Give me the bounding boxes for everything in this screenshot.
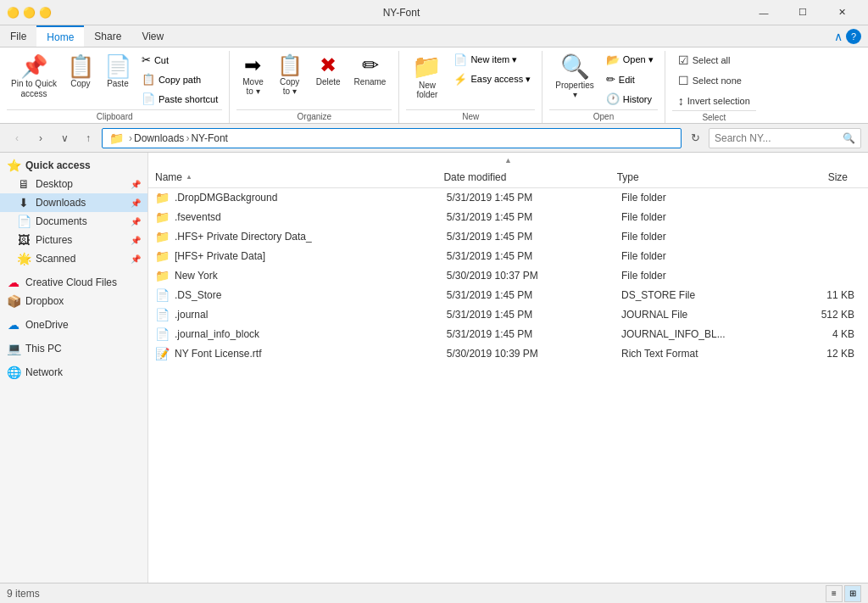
folder-icon: 📁: [155, 210, 170, 224]
search-icon: 🔍: [843, 132, 855, 144]
sidebar-item-creative-cloud[interactable]: ☁ Creative Cloud Files: [0, 273, 147, 292]
paste-button[interactable]: 📄 Paste: [100, 51, 136, 92]
file-row[interactable]: 📁 New York 5/30/2019 10:37 PM File folde…: [148, 266, 868, 286]
paste-shortcut-button[interactable]: 📄 Paste shortcut: [137, 90, 222, 108]
sidebar-item-this-pc[interactable]: 💻 This PC: [0, 339, 147, 358]
sidebar-item-onedrive[interactable]: ☁ OneDrive: [0, 315, 147, 334]
copy-path-button[interactable]: 📋 Copy path: [137, 70, 222, 88]
maximize-button[interactable]: ☐: [783, 0, 822, 25]
desktop-icon: 🖥: [17, 177, 31, 191]
edit-icon: ✏: [606, 73, 615, 86]
creative-cloud-icon: ☁: [7, 276, 20, 289]
select-none-label: Select none: [693, 75, 742, 86]
file-row[interactable]: 📄 .journal_info_block 5/31/2019 1:45 PM …: [148, 325, 868, 344]
recent-locations-button[interactable]: ∨: [54, 128, 75, 148]
file-row[interactable]: 📁 [HFS+ Private Data] 5/31/2019 1:45 PM …: [148, 247, 868, 266]
window-title: NY-Font: [58, 7, 744, 19]
select-all-button[interactable]: ☑ Select all: [672, 51, 756, 70]
easy-access-button[interactable]: ⚡ Easy access ▾: [449, 70, 535, 88]
edit-button[interactable]: ✏ Edit: [602, 70, 658, 88]
folder-icon: 📁: [155, 191, 170, 204]
paste-label: Paste: [107, 79, 129, 88]
close-button[interactable]: ✕: [822, 0, 861, 25]
file-name-cell: 📁 .DropDMGBackground: [155, 191, 447, 204]
sidebar-item-scanned[interactable]: 🌟 Scanned 📌: [0, 249, 147, 268]
rename-button[interactable]: ✏ Rename: [348, 51, 392, 91]
new-label: New: [406, 109, 535, 123]
column-size[interactable]: Size: [755, 171, 861, 183]
file-date-cell: 5/31/2019 1:45 PM: [447, 328, 621, 340]
new-folder-button[interactable]: 📁 Newfolder: [406, 51, 448, 103]
ribbon-group-open: 🔍 Properties▾ 📂 Open ▾ ✏ Edit 🕐 History …: [546, 51, 665, 123]
details-view-button[interactable]: ≡: [826, 585, 843, 602]
history-button[interactable]: 🕐 History: [602, 90, 658, 108]
file-row[interactable]: 📄 .journal 5/31/2019 1:45 PM JOURNAL Fil…: [148, 305, 868, 325]
cut-button[interactable]: ✂ Cut: [137, 51, 222, 69]
organize-content: ➡ Moveto ▾ 📋 Copyto ▾ ✖ Delete ✏ Rename: [236, 51, 392, 109]
pictures-label: Pictures: [36, 234, 72, 246]
select-all-label: Select all: [693, 55, 731, 65]
copy-button[interactable]: 📋 Copy: [63, 51, 98, 92]
this-pc-icon: 💻: [7, 342, 20, 355]
file-date-cell: 5/31/2019 1:45 PM: [447, 211, 621, 223]
invert-selection-button[interactable]: ↕ Invert selection: [672, 92, 756, 110]
up-button[interactable]: ↑: [78, 128, 98, 148]
select-none-button[interactable]: ☐ Select none: [672, 71, 756, 90]
address-path[interactable]: 📁 › Downloads › NY-Font: [102, 128, 682, 148]
pictures-icon: 🖼: [17, 233, 31, 247]
file-row[interactable]: 📁 .HFS+ Private Directory Data_ 5/31/201…: [148, 227, 868, 247]
sidebar-item-dropbox[interactable]: 📦 Dropbox: [0, 292, 147, 310]
help-button[interactable]: ?: [846, 29, 861, 44]
file-row[interactable]: 📝 NY Font License.rtf 5/30/2019 10:39 PM…: [148, 344, 868, 364]
column-name[interactable]: Name ▲: [155, 171, 443, 183]
file-size-cell: 4 KB: [761, 328, 861, 340]
back-button[interactable]: ‹: [7, 128, 27, 148]
sidebar-item-quick-access[interactable]: ⭐ Quick access: [0, 156, 147, 175]
ribbon: 📌 Pin to Quickaccess 📋 Copy 📄 Paste ✂ Cu…: [0, 47, 868, 124]
minimize-button[interactable]: —: [744, 0, 783, 25]
open-button[interactable]: 📂 Open ▾: [602, 51, 658, 69]
delete-button[interactable]: ✖ Delete: [310, 51, 347, 91]
tab-view[interactable]: View: [131, 25, 174, 47]
sidebar-item-network[interactable]: 🌐 Network: [0, 363, 147, 382]
new-item-icon: 📄: [453, 53, 467, 66]
file-name-cell: 📁 New York: [155, 269, 447, 282]
copy-to-button[interactable]: 📋 Copyto ▾: [271, 51, 309, 100]
refresh-button[interactable]: ↻: [685, 128, 705, 148]
creative-cloud-label: Creative Cloud Files: [25, 276, 117, 288]
file-date-cell: 5/31/2019 1:45 PM: [447, 231, 621, 243]
search-input[interactable]: [715, 132, 843, 144]
downloads-pin: 📌: [131, 198, 141, 208]
pin-to-quick-access-button[interactable]: 📌 Pin to Quickaccess: [7, 51, 61, 103]
new-item-button[interactable]: 📄 New item ▾: [449, 51, 535, 69]
sidebar-item-pictures[interactable]: 🖼 Pictures 📌: [0, 231, 147, 249]
network-label: Network: [25, 366, 63, 378]
item-count: 9 items: [7, 588, 40, 600]
invert-icon: ↕: [678, 94, 684, 108]
file-row[interactable]: 📁 .fseventsd 5/31/2019 1:45 PM File fold…: [148, 208, 868, 227]
file-type-cell: DS_STORE File: [621, 289, 761, 301]
column-date[interactable]: Date modified: [443, 171, 616, 183]
file-row[interactable]: 📁 .DropDMGBackground 5/31/2019 1:45 PM F…: [148, 188, 868, 208]
properties-button[interactable]: 🔍 Properties▾: [549, 51, 600, 103]
column-type[interactable]: Type: [617, 171, 755, 183]
sidebar-item-downloads[interactable]: ⬇ Downloads 📌: [0, 193, 147, 212]
move-to-button[interactable]: ➡ Moveto ▾: [236, 51, 269, 100]
paste-icon: 📄: [104, 55, 131, 77]
tiles-view-button[interactable]: ⊞: [844, 585, 861, 602]
cut-icon: ✂: [142, 53, 151, 66]
clipboard-content: 📌 Pin to Quickaccess 📋 Copy 📄 Paste ✂ Cu…: [7, 51, 222, 109]
tab-file[interactable]: File: [0, 25, 36, 47]
tab-share[interactable]: Share: [84, 25, 131, 47]
dropbox-icon: 📦: [7, 294, 20, 308]
properties-icon: 🔍: [560, 55, 590, 79]
documents-pin: 📌: [131, 217, 141, 226]
forward-button[interactable]: ›: [31, 128, 51, 148]
sidebar-item-documents[interactable]: 📄 Documents 📌: [0, 212, 147, 231]
tab-home[interactable]: Home: [36, 25, 84, 47]
title-bar-app-icons: 🟡 🟡 🟡: [7, 7, 52, 19]
folder-icon: 📁: [155, 269, 170, 282]
file-row[interactable]: 📄 .DS_Store 5/31/2019 1:45 PM DS_STORE F…: [148, 286, 868, 305]
sidebar-item-desktop[interactable]: 🖥 Desktop 📌: [0, 175, 147, 193]
ribbon-collapse-button[interactable]: ∧: [834, 30, 843, 43]
